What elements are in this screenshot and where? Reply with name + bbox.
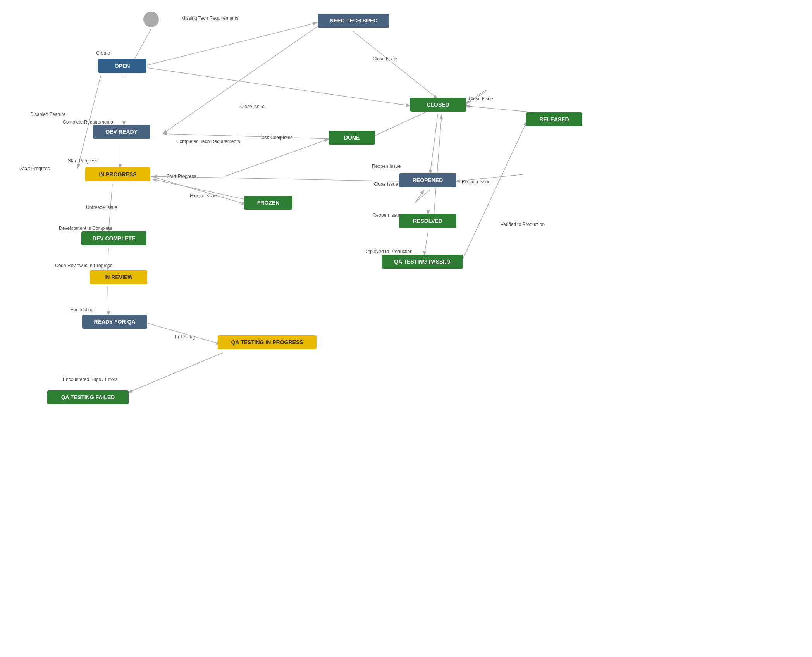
node-in-review[interactable]: IN REVIEW: [90, 270, 147, 284]
label-reopen-issue1: Reopen Issue: [372, 164, 401, 169]
label-close-issue-right: Close Issue: [469, 96, 493, 102]
label-complete-req: Complete Requirements: [63, 119, 113, 125]
svg-line-19: [461, 121, 527, 263]
node-closed[interactable]: CLOSED: [410, 98, 466, 112]
label-create: Create: [96, 50, 110, 56]
node-in-progress[interactable]: IN PROGRESS: [85, 167, 150, 181]
svg-line-2: [147, 22, 318, 65]
label-start-progress-devready: Start Progress: [68, 158, 98, 164]
label-completed-tech: Completed Tech Requirements: [176, 139, 240, 144]
svg-line-3: [353, 31, 438, 99]
svg-line-24: [108, 287, 108, 316]
label-close-issue-resolved: Close Issue: [374, 181, 398, 187]
label-close-issue-open: Close Issue: [240, 104, 265, 109]
svg-line-17: [434, 114, 442, 215]
svg-line-11: [225, 139, 329, 176]
label-start-progress-left: Start Progress: [20, 166, 50, 171]
label-reopen-issue2: Reopen Issue: [462, 179, 490, 185]
node-reopened[interactable]: REOPENED: [399, 173, 456, 187]
label-in-testing: In Testing: [175, 334, 195, 340]
node-qa-testing-failed[interactable]: QA TESTING FAILED: [47, 390, 129, 404]
label-code-review: Code Review is In Progress: [55, 263, 112, 268]
label-deployed: Deployed to Production: [364, 249, 413, 254]
label-close-issue-top: Close Issue: [373, 56, 397, 62]
label-unfreeze: Unfreeze Issue: [86, 205, 117, 210]
node-open[interactable]: OPEN: [98, 59, 146, 73]
svg-line-26: [128, 353, 223, 393]
node-dev-ready[interactable]: DEV READY: [93, 125, 150, 139]
node-released[interactable]: RELEASED: [526, 112, 582, 126]
node-frozen[interactable]: FROZEN: [244, 196, 292, 210]
label-disabled-feature: Disabled Feature: [30, 112, 65, 117]
node-done[interactable]: DONE: [329, 131, 375, 145]
svg-line-6: [163, 26, 318, 134]
label-for-testing: For Testing: [71, 307, 93, 312]
node-ready-for-qa[interactable]: READY FOR QA: [82, 315, 147, 329]
label-verified: Verified to Production: [501, 222, 545, 227]
svg-line-14: [430, 114, 438, 174]
diagram-container: NEED TECH SPEC OPEN CLOSED RELEASED DEV …: [0, 0, 812, 657]
label-task-completed: Task Completed: [260, 135, 293, 140]
node-need-tech-spec[interactable]: NEED TECH SPEC: [318, 14, 389, 28]
svg-line-25: [146, 323, 221, 344]
node-qa-testing-in-progress[interactable]: QA TESTING IN PROGRESS: [218, 335, 317, 349]
svg-line-18: [424, 231, 428, 256]
svg-line-13: [163, 134, 329, 139]
node-resolved[interactable]: RESOLVED: [399, 214, 456, 228]
label-start-progress-reopened: Start Progress: [167, 174, 196, 179]
svg-line-5: [147, 68, 411, 106]
node-dev-complete[interactable]: DEV COMPLETE: [81, 231, 146, 245]
label-encountered-bugs: Encountered Bugs / Errors: [63, 377, 117, 382]
label-dev-complete: Development is Complete: [59, 226, 112, 231]
label-reopen-issue3: Reopen Issue: [373, 212, 401, 218]
label-missing-tech: Missing Tech Requirements: [181, 16, 238, 21]
label-freeze: Freeze Issue: [190, 193, 217, 198]
label-no-bugs: No Bugs / Errors: [422, 260, 457, 266]
start-circle: [143, 12, 159, 27]
svg-line-9: [151, 176, 246, 204]
